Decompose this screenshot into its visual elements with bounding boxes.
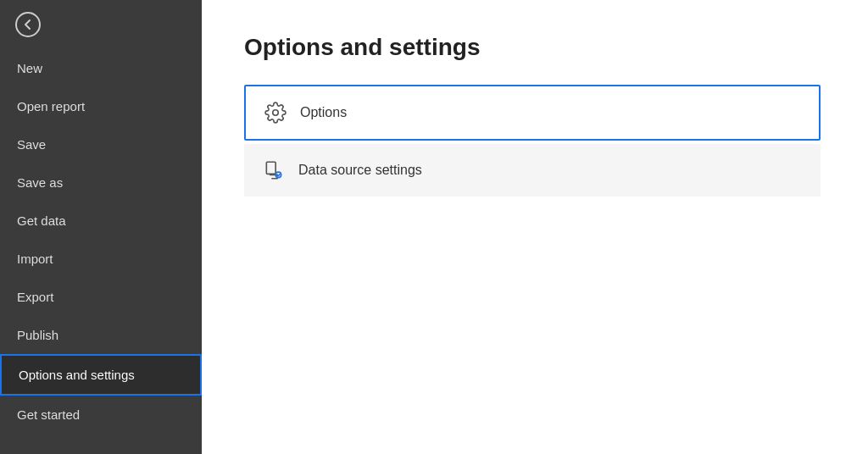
sidebar-item-options-and-settings[interactable]: Options and settings xyxy=(0,354,202,396)
sidebar-item-label-save: Save xyxy=(17,137,46,152)
sidebar-item-label-options-and-settings: Options and settings xyxy=(19,368,135,382)
options-card[interactable]: Options xyxy=(244,85,821,141)
gear-icon xyxy=(263,100,288,125)
sidebar-item-label-export: Export xyxy=(17,290,53,304)
sidebar-item-label-get-started: Get started xyxy=(17,407,80,422)
sidebar-item-label-open-report: Open report xyxy=(17,99,85,114)
back-button[interactable] xyxy=(0,0,202,49)
sidebar: New Open report Save Save as Get data Im… xyxy=(0,0,202,454)
sidebar-item-label-publish: Publish xyxy=(17,328,58,342)
svg-point-0 xyxy=(273,110,279,116)
sidebar-item-new[interactable]: New xyxy=(0,49,202,87)
main-content: Options and settings Options Data source… xyxy=(202,0,868,454)
svg-rect-1 xyxy=(266,162,275,174)
sidebar-item-publish[interactable]: Publish xyxy=(0,316,202,354)
sidebar-item-label-save-as: Save as xyxy=(17,175,63,190)
sidebar-item-label-new: New xyxy=(17,61,42,75)
sidebar-item-open-report[interactable]: Open report xyxy=(0,87,202,125)
data-source-icon xyxy=(261,158,287,183)
sidebar-item-label-import: Import xyxy=(17,252,53,266)
sidebar-item-get-data[interactable]: Get data xyxy=(0,202,202,240)
back-icon xyxy=(15,12,41,37)
sidebar-item-export[interactable]: Export xyxy=(0,278,202,316)
sidebar-item-import[interactable]: Import xyxy=(0,240,202,278)
options-label: Options xyxy=(300,105,347,120)
data-source-settings-card[interactable]: Data source settings xyxy=(244,144,821,197)
sidebar-item-get-started[interactable]: Get started xyxy=(0,396,202,434)
page-title: Options and settings xyxy=(244,34,826,61)
data-source-settings-label: Data source settings xyxy=(298,163,422,178)
sidebar-item-label-get-data: Get data xyxy=(17,213,66,228)
sidebar-item-save-as[interactable]: Save as xyxy=(0,163,202,202)
sidebar-item-save[interactable]: Save xyxy=(0,125,202,163)
